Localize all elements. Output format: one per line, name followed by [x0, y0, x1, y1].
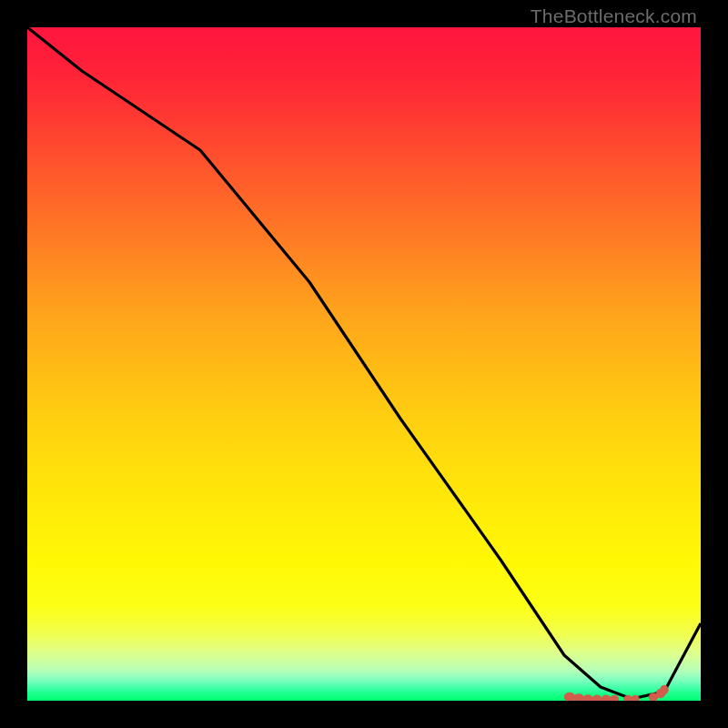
svg-point-3	[592, 695, 602, 701]
svg-point-6	[624, 695, 632, 701]
svg-point-2	[583, 695, 593, 702]
svg-point-10	[661, 685, 669, 694]
plot-area	[27, 27, 701, 701]
chart-frame: TheBottleneck.com	[0, 0, 728, 728]
chart-overlay	[27, 27, 701, 701]
svg-point-0	[564, 693, 575, 701]
svg-point-5	[610, 695, 619, 701]
svg-point-7	[632, 695, 640, 701]
watermark-text: TheBottleneck.com	[531, 5, 697, 27]
svg-point-1	[574, 694, 584, 702]
svg-point-4	[602, 695, 611, 701]
bottleneck-curve	[27, 27, 701, 699]
